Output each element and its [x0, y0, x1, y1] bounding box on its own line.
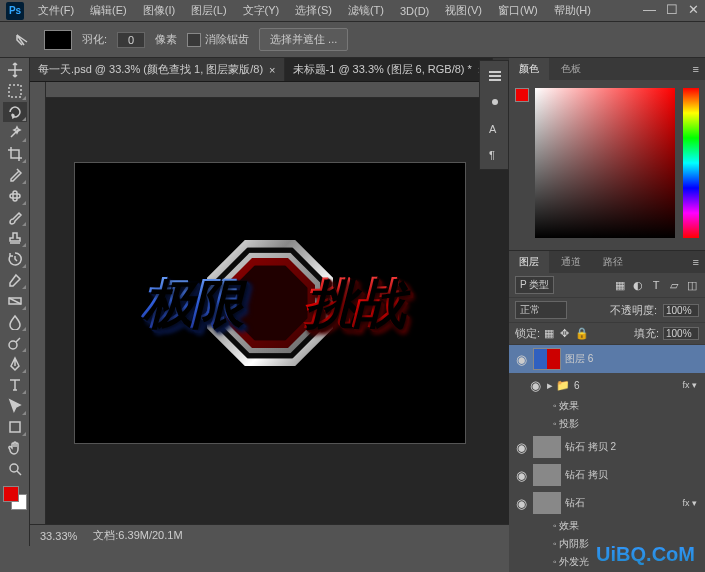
filter-smart-icon[interactable]: ◫: [685, 278, 699, 292]
menu-file[interactable]: 文件(F): [32, 1, 80, 20]
brush-tool[interactable]: [3, 207, 27, 227]
layer-thumbnail[interactable]: [533, 436, 561, 458]
current-tool-icon[interactable]: [10, 30, 34, 50]
color-field[interactable]: [535, 88, 675, 238]
layer-thumbnail[interactable]: [533, 492, 561, 514]
panel-menu-icon[interactable]: ≡: [687, 256, 705, 268]
type-tool[interactable]: [3, 375, 27, 395]
history-panel-icon[interactable]: [484, 65, 506, 87]
gradient-tool[interactable]: [3, 291, 27, 311]
stamp-tool[interactable]: [3, 228, 27, 248]
layer-name[interactable]: 钻石 拷贝: [565, 468, 701, 482]
menu-select[interactable]: 选择(S): [289, 1, 338, 20]
canvas-viewport[interactable]: 极 限 挑 战: [30, 82, 509, 524]
paragraph-panel-icon[interactable]: ¶: [484, 143, 506, 165]
canvas[interactable]: 极 限 挑 战: [75, 163, 465, 443]
folder-icon[interactable]: ▸ 📁: [547, 379, 570, 392]
layer-name[interactable]: 钻石 拷贝 2: [565, 440, 701, 454]
layer-name[interactable]: 6: [574, 380, 678, 391]
lock-all-icon[interactable]: 🔒: [575, 327, 589, 340]
selection-mode-swatch[interactable]: [44, 30, 72, 50]
doc-tab-0[interactable]: 每一天.psd @ 33.3% (颜色查找 1, 图层蒙版/8)×: [30, 58, 285, 81]
lasso-tool[interactable]: [3, 102, 27, 122]
layer-row[interactable]: ◉钻石 拷贝 2: [509, 433, 705, 461]
panel-menu-icon[interactable]: ≡: [687, 63, 705, 75]
filter-pixel-icon[interactable]: ▦: [613, 278, 627, 292]
menu-view[interactable]: 视图(V): [439, 1, 488, 20]
opacity-input[interactable]: 100%: [663, 304, 699, 317]
menu-filter[interactable]: 滤镜(T): [342, 1, 390, 20]
visibility-toggle[interactable]: ◉: [513, 468, 529, 483]
layer-row[interactable]: ◉▸ 📁6fx ▾: [509, 373, 705, 397]
ruler-horizontal[interactable]: [30, 82, 509, 98]
menu-help[interactable]: 帮助(H): [548, 1, 597, 20]
minimize-button[interactable]: —: [643, 2, 656, 17]
color-tab[interactable]: 颜色: [509, 58, 549, 80]
crop-tool[interactable]: [3, 144, 27, 164]
menu-image[interactable]: 图像(I): [137, 1, 181, 20]
layer-kind-filter[interactable]: P 类型: [515, 276, 554, 294]
layer-name[interactable]: 钻石: [565, 496, 678, 510]
layers-list[interactable]: ◉图层 6◉▸ 📁6fx ▾◦ 效果◦ 投影◉钻石 拷贝 2◉钻石 拷贝◉钻石f…: [509, 345, 705, 572]
fill-input[interactable]: 100%: [663, 327, 699, 340]
layer-effect-item[interactable]: ◦ 投影: [509, 415, 705, 433]
zoom-level[interactable]: 33.33%: [40, 530, 77, 542]
maximize-button[interactable]: ☐: [666, 2, 678, 17]
blend-mode-select[interactable]: 正常: [515, 301, 567, 319]
hand-tool[interactable]: [3, 438, 27, 458]
fx-badge[interactable]: fx ▾: [682, 380, 701, 390]
magic-wand-tool[interactable]: [3, 123, 27, 143]
visibility-toggle[interactable]: ◉: [513, 440, 529, 455]
refine-edge-button[interactable]: 选择并遮住 ...: [259, 28, 348, 51]
eraser-tool[interactable]: [3, 270, 27, 290]
close-button[interactable]: ✕: [688, 2, 699, 17]
menu-edit[interactable]: 编辑(E): [84, 1, 133, 20]
ruler-vertical[interactable]: [30, 82, 46, 524]
visibility-toggle[interactable]: ◉: [513, 496, 529, 511]
marquee-tool[interactable]: [3, 81, 27, 101]
visibility-toggle[interactable]: ◉: [513, 352, 529, 367]
foreground-color[interactable]: [3, 486, 19, 502]
layer-thumbnail[interactable]: [533, 348, 561, 370]
feather-input[interactable]: 0: [117, 32, 145, 48]
filter-type-icon[interactable]: T: [649, 278, 663, 292]
layers-tab[interactable]: 图层: [509, 251, 549, 273]
pen-tool[interactable]: [3, 354, 27, 374]
tab-close-icon[interactable]: ×: [269, 64, 275, 76]
menu-3d[interactable]: 3D(D): [394, 3, 435, 19]
hue-slider[interactable]: [683, 88, 699, 238]
blur-tool[interactable]: [3, 312, 27, 332]
filter-adjust-icon[interactable]: ◐: [631, 278, 645, 292]
move-tool[interactable]: [3, 60, 27, 80]
properties-panel-icon[interactable]: [484, 91, 506, 113]
menu-layer[interactable]: 图层(L): [185, 1, 232, 20]
menu-type[interactable]: 文字(Y): [237, 1, 286, 20]
layer-effect-item[interactable]: ◦ 效果: [509, 397, 705, 415]
swatches-tab[interactable]: 色板: [551, 58, 591, 80]
doc-tab-1[interactable]: 未标题-1 @ 33.3% (图层 6, RGB/8) *×: [285, 58, 494, 81]
lock-pixels-icon[interactable]: ▦: [544, 327, 554, 340]
color-preview-swatch[interactable]: [515, 88, 529, 102]
healing-tool[interactable]: [3, 186, 27, 206]
color-swatches[interactable]: [3, 486, 27, 510]
layer-row[interactable]: ◉图层 6: [509, 345, 705, 373]
layer-row[interactable]: ◉钻石fx ▾: [509, 489, 705, 517]
fx-badge[interactable]: fx ▾: [682, 498, 701, 508]
doc-info[interactable]: 文档:6.39M/20.1M: [93, 528, 182, 543]
eyedropper-tool[interactable]: [3, 165, 27, 185]
dodge-tool[interactable]: [3, 333, 27, 353]
color-picker[interactable]: [509, 80, 705, 250]
layer-effect-item[interactable]: ◦ 效果: [509, 517, 705, 535]
layer-name[interactable]: 图层 6: [565, 352, 701, 366]
layer-row[interactable]: ◉钻石 拷贝: [509, 461, 705, 489]
shape-tool[interactable]: [3, 417, 27, 437]
zoom-tool[interactable]: [3, 459, 27, 479]
character-panel-icon[interactable]: A: [484, 117, 506, 139]
lock-position-icon[interactable]: ✥: [560, 327, 569, 340]
channels-tab[interactable]: 通道: [551, 251, 591, 273]
antialias-checkbox[interactable]: 消除锯齿: [187, 32, 249, 47]
history-brush-tool[interactable]: [3, 249, 27, 269]
paths-tab[interactable]: 路径: [593, 251, 633, 273]
path-select-tool[interactable]: [3, 396, 27, 416]
layer-thumbnail[interactable]: [533, 464, 561, 486]
